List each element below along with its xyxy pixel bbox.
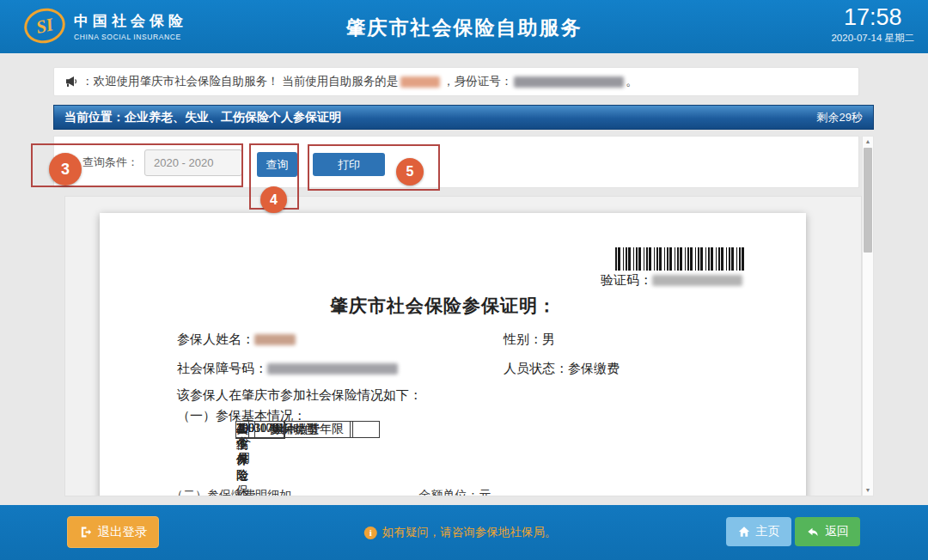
field-name-label: 参保人姓名：	[177, 332, 254, 346]
barcode	[615, 247, 744, 271]
scroll-down-icon[interactable]: ▼	[863, 485, 873, 496]
logo-text: 中国社会保险 CHINA SOCIAL INSURANCE	[74, 11, 187, 41]
annotation-step-5-badge: 5	[396, 158, 424, 186]
redacted-captcha-value	[652, 275, 742, 286]
captcha-row: 验证码：	[601, 272, 742, 289]
back-label: 返回	[825, 524, 849, 539]
current-location-label: 当前位置：企业养老、失业、工伤保险个人参保证明	[64, 110, 341, 125]
logout-label: 退出登录	[98, 524, 148, 540]
document-preview-panel: 验证码： 肇庆市社会保险参保证明： 参保人姓名： 性别：男 社会保障号码： 人员…	[64, 196, 862, 496]
logout-button[interactable]: 退出登录	[67, 516, 159, 548]
kiosk-screen: SI 中国社会保险 CHINA SOCIAL INSURANCE 肇庆市社会保险…	[0, 0, 928, 560]
clock: 17:58 2020-07-14 星期二	[831, 4, 914, 45]
scrollbar-thumb[interactable]	[864, 148, 872, 253]
app-header: SI 中国社会保险 CHINA SOCIAL INSURANCE 肇庆市社会保险…	[0, 0, 928, 53]
page-scrollbar[interactable]: ▲ ▼	[862, 136, 874, 496]
welcome-banner: ：欢迎使用肇庆市社会保险自助服务！ 当前使用自助服务的是 ，身份证号： 。	[53, 67, 859, 96]
certificate-page: 验证码： 肇庆市社会保险参保证明： 参保人姓名： 性别：男 社会保障号码： 人员…	[100, 213, 806, 496]
countdown-timer: 剩余29秒	[817, 110, 863, 125]
field-gender-value: 男	[542, 332, 555, 346]
megaphone-icon	[64, 75, 78, 88]
welcome-text-suffix: 。	[626, 74, 638, 89]
home-label: 主页	[756, 524, 780, 539]
redacted-person-name	[254, 334, 296, 345]
scroll-up-icon[interactable]: ▲	[863, 137, 873, 147]
field-gender: 性别：男	[504, 332, 555, 348]
captcha-label: 验证码：	[601, 273, 652, 287]
brand-logo: SI 中国社会保险 CHINA SOCIAL INSURANCE	[24, 9, 187, 43]
field-status: 人员状态：参保缴费	[504, 361, 620, 377]
redacted-user-name	[400, 76, 440, 88]
social-insurance-logo-icon: SI	[21, 4, 69, 47]
home-button[interactable]: 主页	[726, 517, 791, 546]
breadcrumb-bar: 当前位置：企业养老、失业、工伤保险个人参保证明 剩余29秒	[53, 105, 874, 130]
welcome-text-prefix: ：欢迎使用肇庆市社会保险自助服务！ 当前使用自助服务的是	[82, 74, 398, 89]
page-title: 肇庆市社会保险自助服务	[346, 15, 583, 41]
annotation-step-3-badge: 3	[49, 153, 82, 186]
app-footer: 退出登录 i 如有疑问，请咨询参保地社保局。 主页 返回	[0, 505, 928, 560]
field-ssn-label: 社会保障号码：	[177, 362, 267, 375]
redacted-ssn-value	[267, 363, 398, 374]
logo-mark-text: SI	[34, 14, 56, 39]
field-ssn: 社会保障号码：	[177, 361, 398, 377]
clock-date: 2020-07-14 星期二	[831, 32, 914, 45]
redacted-id-number	[514, 76, 624, 88]
info-icon: i	[364, 527, 377, 539]
field-name: 参保人姓名：	[177, 332, 296, 348]
annotation-step-4-badge: 4	[260, 186, 287, 213]
field-status-value: 参保缴费	[568, 362, 620, 375]
home-icon	[738, 526, 750, 538]
certificate-title: 肇庆市社会保险参保证明：	[117, 294, 770, 318]
welcome-text-middle: ，身份证号：	[443, 74, 512, 89]
logo-name-zh: 中国社会保险	[74, 11, 187, 31]
certificate-intro: 该参保人在肇庆市参加社会保险情况如下：	[177, 387, 422, 404]
back-button[interactable]: 返回	[795, 517, 860, 546]
footer-notice: i 如有疑问，请咨询参保地社保局。	[364, 505, 557, 560]
field-gender-label: 性别：	[504, 332, 542, 346]
section-2-partial: （二）参保缴费明细如 金额单位：元	[171, 488, 491, 496]
logout-icon	[79, 526, 92, 539]
field-status-label: 人员状态：	[504, 362, 568, 375]
logo-name-en: CHINA SOCIAL INSURANCE	[74, 33, 187, 41]
back-arrow-icon	[806, 526, 819, 539]
footer-notice-text: 如有疑问，请咨询参保地社保局。	[382, 525, 557, 540]
clock-time: 17:58	[831, 4, 914, 31]
